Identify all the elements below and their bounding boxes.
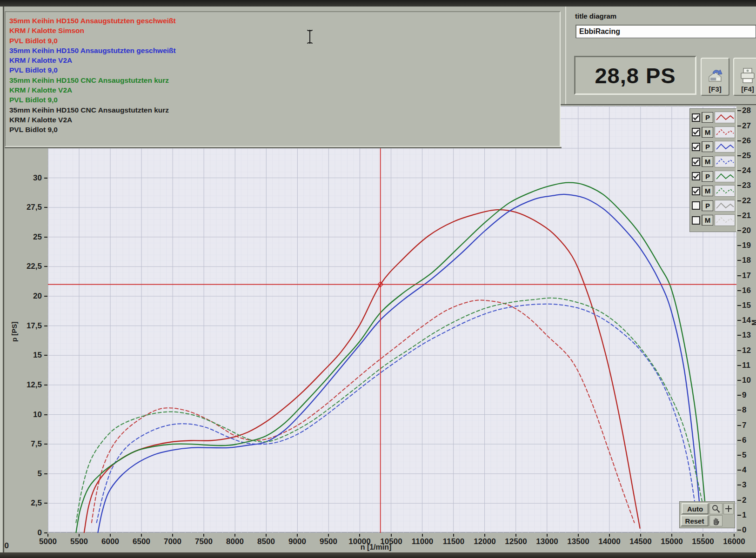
x-axis-tick [484,534,485,537]
check-icon [693,129,699,135]
param-label: P [702,200,713,211]
print-button[interactable]: [F4] [733,58,756,96]
right-axis-tick-label: 10 [742,376,751,385]
right-axis-tick-label: 4 [742,465,746,475]
right-axis-tick-label: 26 [742,136,751,146]
line-style-preview-dashed[interactable] [715,156,735,167]
legend-run-3-line-0: 35mm Keihin HD150 CNC Ansaugstutzten kur… [9,105,560,115]
right-axis-tick [737,230,741,231]
checkbox-checked[interactable] [692,128,700,136]
x-axis-tick [671,534,672,537]
left-axis-tick-label: 30 [16,173,42,183]
autoscale-button[interactable]: Auto [682,503,709,514]
checkbox-checked[interactable] [692,113,700,122]
right-axis-tick [737,425,741,426]
line-sample-icon [715,156,735,167]
curve-power-0[interactable] [84,210,640,533]
left-axis-tick-label: 10 [16,410,42,419]
checkbox-unchecked[interactable] [692,201,700,210]
right-axis-tick [737,350,741,351]
checkbox-unchecked[interactable] [692,216,700,225]
left-axis-tick-label: 12,5 [16,380,42,390]
left-axis-tick [44,532,47,533]
left-axis-tick [44,266,47,267]
reset-button[interactable]: Reset [681,515,709,526]
x-axis-tick [734,534,735,537]
right-axis-tick-label: 17 [742,271,751,280]
right-axis-tick [737,500,741,501]
x-axis-tick-label: 6000 [101,537,119,546]
right-axis-tick [737,335,741,336]
right-axis-tick [737,305,741,306]
left-axis-tick-label: 0 [16,528,42,538]
curve-power-4[interactable] [76,183,707,533]
line-style-preview-solid[interactable] [715,112,735,123]
checkbox-checked[interactable] [692,187,700,195]
right-axis-tick [737,170,741,171]
left-axis-tick [44,503,47,504]
diagram-title-input[interactable] [575,25,756,38]
right-axis-tick-label: 12 [742,346,751,355]
pan-tool-button[interactable] [709,515,723,526]
dyno-chart[interactable] [48,106,736,533]
x-axis-tick-label: 15000 [661,537,682,546]
x-axis-tick-label: 11500 [443,537,464,546]
x-axis-tick [609,534,610,537]
checkbox-checked[interactable] [692,172,700,180]
right-axis-tick-label: 23 [742,181,751,190]
plot-legend-row-m-1: M [692,125,735,140]
check-icon [693,144,699,150]
cursor-tool-button[interactable] [723,503,734,514]
param-label: M [702,127,713,138]
line-style-preview-solid[interactable] [715,141,735,153]
right-axis-tick-label: 9 [742,391,746,400]
x-axis-tick-label: 5500 [70,537,88,546]
line-style-preview-solid[interactable] [715,171,735,182]
x-axis-tick-label: 5000 [39,537,57,546]
param-label: P [702,112,713,123]
legend-run-2-line-1: KRM / Kalotte V2A [9,85,560,95]
x-axis-tick [422,534,423,537]
x-axis-tick [172,534,173,537]
peak-power-display: 28,8 PS [574,56,696,95]
x-axis-tick-label: 14000 [598,537,620,546]
legend-run-1-line-1: KRM / Kalotte V2A [9,55,560,65]
right-axis-tick [737,290,741,291]
param-label: M [702,156,713,167]
line-style-preview-dashed[interactable] [715,185,735,197]
checkbox-checked[interactable] [692,158,700,166]
x-axis-tick [141,534,142,537]
left-axis-tick [44,207,47,208]
left-axis-tick [44,414,47,415]
param-label: P [702,171,713,182]
right-axis-tick-label: 18 [742,256,751,265]
right-axis-tick [737,485,741,485]
left-axis-tick [44,473,47,474]
checkbox-checked[interactable] [692,143,700,151]
x-axis-tick-label: 7500 [195,537,213,546]
line-sample-icon [715,171,735,182]
x-axis-tick [359,534,360,537]
x-axis-tick [515,534,516,537]
panel-shadow [5,147,562,148]
line-sample-icon [715,127,735,138]
right-axis-caption: M [Nm] [750,310,756,326]
x-axis-tick-label: 8500 [257,537,275,546]
left-bezel-line [3,7,4,552]
left-axis-tick [44,178,47,179]
right-axis-tick-label: 24 [742,166,751,175]
zoom-tool-button[interactable] [709,503,723,514]
line-style-preview-dashed[interactable] [715,214,735,226]
curve-torque-1[interactable] [92,300,635,522]
curve-power-2[interactable] [98,194,701,533]
left-axis-tick [44,237,47,238]
line-style-preview-solid[interactable] [715,200,735,212]
check-icon [693,159,699,165]
legend-run-3-line-1: KRM / Kalotte V2A [9,115,560,125]
legend-run-0-line-1: KRM / Kalotte Simson [9,26,560,35]
right-axis-tick [737,320,741,321]
line-style-preview-dashed[interactable] [715,126,735,138]
x-axis-tick-label: 9500 [320,537,337,546]
x-axis-tick-label: 14500 [629,537,651,546]
save-button[interactable]: [F3] [701,58,729,96]
